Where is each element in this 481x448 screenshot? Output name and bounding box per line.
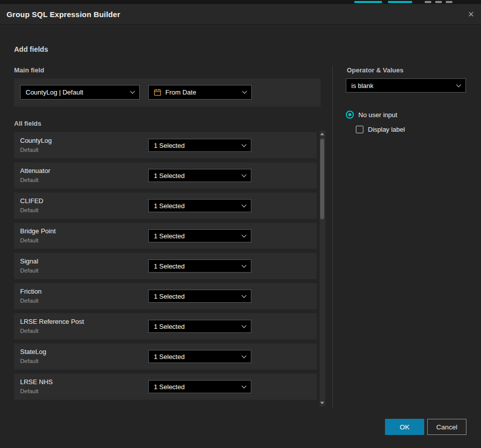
field-row: LRSE Reference Post Default 1 Selected [14, 313, 317, 339]
field-row: Signal Default 1 Selected [14, 253, 317, 279]
field-selected-dropdown[interactable]: 1 Selected [148, 139, 251, 152]
operator-dropdown[interactable]: is blank [346, 78, 466, 93]
scroll-down-icon[interactable] [320, 402, 324, 404]
radio-dot [348, 113, 351, 116]
field-name: CountyLog [20, 137, 52, 144]
field-selected-dropdown[interactable]: 1 Selected [148, 169, 251, 182]
field-selected-dropdown[interactable]: 1 Selected [148, 259, 251, 273]
sql-expression-builder-dialog: Group SQL Expression Builder × Add field… [0, 4, 481, 448]
main-field-panel: CountyLog | Default From Date [14, 78, 321, 107]
field-subtitle: Default [20, 358, 38, 364]
field-subtitle: Default [20, 237, 38, 243]
field-name: LRSE NHS [20, 378, 53, 386]
field-name: Bridge Point [20, 227, 56, 235]
field-row: Attenuator Default 1 Selected [14, 162, 317, 189]
field-row: Friction Default 1 Selected [14, 283, 317, 309]
chevron-down-icon [130, 89, 135, 94]
field-name: LRSE Reference Post [20, 318, 84, 325]
add-fields-heading: Add fields [14, 45, 48, 53]
dropdown-value: 1 Selected [154, 262, 184, 270]
all-fields-heading: All fields [14, 120, 41, 127]
chevron-down-icon [242, 293, 247, 298]
field-subtitle: Default [20, 207, 38, 213]
field-name: StateLog [20, 348, 46, 355]
dropdown-value: 1 Selected [154, 383, 184, 391]
chevron-down-icon [242, 172, 247, 177]
field-name: Signal [20, 257, 38, 265]
field-subtitle: Default [20, 267, 38, 274]
chevron-down-icon [242, 89, 247, 94]
field-subtitle: Default [20, 298, 38, 304]
background-glimpse [435, 1, 442, 3]
close-icon[interactable]: × [468, 9, 474, 19]
all-fields-list: CountyLog Default 1 Selected Attenuator … [14, 132, 317, 404]
chevron-down-icon [242, 383, 247, 388]
chevron-down-icon [242, 262, 247, 267]
display-label-checkbox[interactable] [356, 126, 363, 133]
field-selected-dropdown[interactable]: 1 Selected [148, 380, 251, 393]
field-subtitle: Default [20, 328, 38, 334]
background-glimpse [425, 1, 431, 3]
radio-selected-icon[interactable] [346, 111, 354, 119]
field-selected-dropdown[interactable]: 1 Selected [148, 199, 251, 212]
field-row: LRSE NHS Default 1 Selected [14, 374, 317, 400]
column-divider [332, 65, 333, 409]
field-row: CLIFED Default 1 Selected [14, 193, 317, 219]
field-selected-dropdown[interactable]: 1 Selected [148, 320, 251, 333]
dropdown-value: 1 Selected [154, 323, 184, 330]
operator-values-heading: Operator & Values [347, 66, 404, 74]
scrollbar-thumb[interactable] [320, 139, 324, 219]
background-glimpse [354, 1, 382, 3]
dropdown-value: 1 Selected [154, 142, 184, 149]
dropdown-value: 1 Selected [154, 293, 184, 300]
field-name: Friction [20, 288, 42, 295]
display-label-option[interactable]: Display label [356, 126, 405, 133]
chevron-down-icon [242, 353, 247, 358]
chevron-down-icon [456, 82, 461, 87]
dialog-title: Group SQL Expression Builder [7, 10, 120, 19]
background-app-strip [0, 0, 481, 4]
layer-dropdown[interactable]: CountyLog | Default [20, 85, 140, 100]
main-field-heading: Main field [14, 66, 44, 74]
chevron-down-icon [242, 202, 247, 207]
dialog-titlebar: Group SQL Expression Builder × [0, 4, 481, 25]
cancel-button[interactable]: Cancel [427, 419, 466, 435]
calendar-icon [154, 88, 161, 96]
field-row: CountyLog Default 1 Selected [14, 132, 317, 158]
display-label-label: Display label [368, 126, 405, 133]
field-name: CLIFED [20, 197, 43, 205]
no-user-input-label: No user input [358, 111, 397, 119]
field-row: StateLog Default 1 Selected [14, 343, 317, 370]
chevron-down-icon [242, 232, 247, 237]
layer-dropdown-value: CountyLog | Default [26, 88, 83, 96]
dropdown-value: 1 Selected [154, 202, 184, 210]
field-selected-dropdown[interactable]: 1 Selected [148, 290, 251, 303]
date-field-dropdown[interactable]: From Date [148, 85, 252, 100]
field-row: Bridge Point Default 1 Selected [14, 223, 317, 249]
scrollbar[interactable] [320, 131, 325, 406]
field-subtitle: Default [20, 388, 38, 394]
field-selected-dropdown[interactable]: 1 Selected [148, 350, 251, 363]
chevron-down-icon [242, 323, 247, 328]
background-glimpse [388, 1, 412, 3]
field-selected-dropdown[interactable]: 1 Selected [148, 229, 251, 242]
dropdown-value: 1 Selected [154, 172, 184, 180]
field-name: Attenuator [20, 167, 50, 174]
dropdown-value: 1 Selected [154, 232, 184, 240]
no-user-input-option[interactable]: No user input [346, 111, 397, 119]
operator-dropdown-value: is blank [351, 82, 373, 89]
chevron-down-icon [242, 142, 247, 147]
scroll-up-icon[interactable] [320, 133, 324, 135]
field-subtitle: Default [20, 147, 38, 153]
background-glimpse [446, 1, 452, 3]
screen: Group SQL Expression Builder × Add field… [0, 0, 481, 448]
ok-button[interactable]: OK [385, 419, 424, 435]
field-subtitle: Default [20, 177, 38, 183]
date-field-dropdown-value: From Date [165, 88, 196, 96]
dropdown-value: 1 Selected [154, 353, 184, 361]
